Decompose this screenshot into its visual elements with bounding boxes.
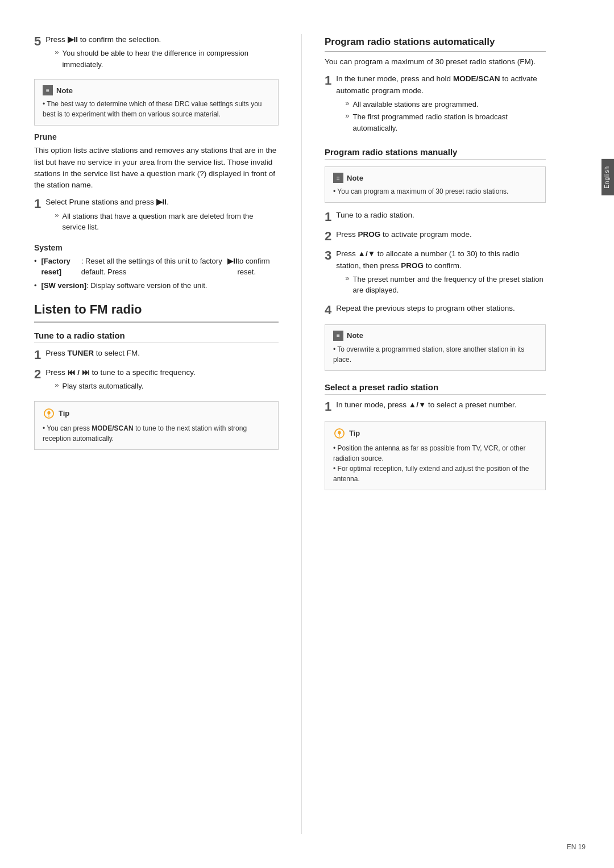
manual-step-4-text: Repeat the previous steps to program oth… [336,303,546,314]
manual-step-3-substep: » The preset number and the frequency of… [345,274,546,296]
manual-step-3-number: 3 [325,248,331,263]
step-5-raquo: » [55,48,59,56]
fm-step-1-bold: TUNER [68,349,94,357]
manual-step-2-bold: PROG [358,230,381,239]
manual-step-2-text: Press [336,230,358,239]
manual-step-3-raquo: » [345,274,349,282]
page-container: 5 Press ▶II to confirm the selection. » … [0,0,614,868]
svg-rect-3 [339,435,340,436]
auto-step-1-text: In the tuner mode, press and hold [336,74,453,83]
manual-step-4-number: 4 [325,303,331,318]
note-header-3: ≡ Note [333,331,537,341]
sidebar-language-tab: English [601,159,614,195]
tip-header-1: Tip [43,407,270,420]
auto-step-1-row: 1 In the tuner mode, press and hold MODE… [325,73,546,136]
step-5-number: 5 [34,34,41,49]
note-icon-3: ≡ [333,331,343,341]
system-item-1-text-after: to confirm reset. [238,256,279,278]
system-list: [Factory reset]: Reset all the settings … [34,256,279,291]
tip-label-2: Tip [349,429,360,437]
tip-label-1: Tip [59,409,69,418]
note-box-1: ≡ Note The best way to determine which o… [34,79,279,126]
auto-step-1-substep-2: The first programmed radio station is br… [352,111,546,133]
prune-step-1-number: 1 [34,197,41,211]
tip-item-2-1: Position the antenna as far as possible … [333,443,537,464]
fm-step-2-number: 2 [34,367,41,382]
prune-header: Prune [34,132,279,141]
select-step-1-number: 1 [325,399,331,414]
prune-step-1-substep-text: All stations that have a question mark a… [62,211,279,233]
prune-step-1-content: Select Prune stations and press ▶II. » A… [45,197,279,235]
listen-fm-section: Listen to FM radio Tune to a radio stati… [34,302,279,450]
manual-step-3-bold2: PROG [401,261,424,270]
manual-step-3-text: Press [336,249,358,258]
auto-step-1-raquo-1: » [345,99,349,107]
fm-step-1-row: 1 Press TUNER to select FM. [34,348,279,362]
program-auto-section: Program radio stations automatically You… [325,36,546,136]
prune-step-1-text-after: . [167,198,169,206]
manual-step-1-text: Tune to a radio station. [336,210,546,221]
manual-step-3-substep-text: The preset number and the frequency of t… [352,274,546,296]
prune-step-1-raquo: » [55,211,59,219]
prune-body: This option lists active stations and re… [34,145,279,191]
note-box-3: ≡ Note To overwrite a programmed station… [325,324,546,371]
tip-box-1: Tip You can press MODE/SCAN to tune to t… [34,401,279,450]
select-preset-section: Select a preset radio station 1 In tuner… [325,382,546,490]
manual-step-2-row: 2 Press PROG to activate program mode. [325,229,546,244]
note-text-2: You can program a maximum of 30 preset r… [333,186,537,197]
tip-text-1: You can press MODE/SCAN to tune to the n… [43,423,270,444]
footer-text: EN 19 [567,843,586,851]
select-preset-subtitle: Select a preset radio station [325,382,546,395]
note-label-3: Note [347,331,363,340]
manual-step-3-icon: ▲/▼ [358,249,375,258]
manual-step-1-content: Tune to a radio station. [336,210,546,221]
tip-icon-2 [333,427,346,440]
manual-step-2-number: 2 [325,229,331,244]
system-item-1: [Factory reset]: Reset all the settings … [34,256,279,278]
manual-step-3-content: Press ▲/▼ to allocate a number (1 to 30)… [336,248,546,298]
manual-step-1-row: 1 Tune to a radio station. [325,210,546,224]
select-step-1-row: 1 In tuner mode, press ▲/▼ to select a p… [325,399,546,414]
program-manual-subtitle: Program radio stations manually [325,147,546,160]
note-label-2: Note [347,174,363,182]
tip-header-2: Tip [333,427,537,440]
select-step-1-text: In tuner mode, press [336,400,409,409]
step-5-text-after: to confirm the selection. [78,35,161,44]
svg-rect-1 [48,415,49,416]
tip-text-2: Position the antenna as far as possible … [333,443,537,484]
step-5-content: Press ▶II to confirm the selection. » Yo… [45,34,279,72]
fm-step-2-substep-text: Play starts automatically. [62,381,143,392]
prune-section: Prune This option lists active stations … [34,132,279,235]
auto-step-1-content: In the tuner mode, press and hold MODE/S… [336,73,546,136]
main-content: 5 Press ▶II to confirm the selection. » … [0,0,614,868]
fm-step-2-raquo: » [55,381,59,389]
note-text-3: To overwrite a programmed station, store… [333,344,537,365]
manual-step-4-content: Repeat the previous steps to program oth… [336,303,546,314]
program-manual-section: Program radio stations manually ≡ Note Y… [325,147,546,371]
manual-step-2-text-after: to activate program mode. [380,230,472,239]
fm-step-2-content: Press ⏮ / ⏭ to tune to a specific freque… [45,367,279,394]
auto-step-1-number: 1 [325,73,331,88]
fm-step-2-text-after: to tune to a specific frequency. [90,368,196,377]
prune-step-1-text: Select Prune stations and press [45,198,156,206]
tip-icon-1 [43,407,55,420]
fm-step-2-icon: ⏮ / ⏭ [68,368,90,377]
system-item-2-text: : Display software version of the unit. [86,280,207,291]
note-label-1: Note [56,86,73,95]
program-auto-intro: You can program a maximum of 30 preset r… [325,56,546,68]
manual-step-2-content: Press PROG to activate program mode. [336,229,546,240]
prune-step-1-substep: » All stations that have a question mark… [55,211,279,233]
note-header-1: ≡ Note [43,85,270,95]
select-step-1-content: In tuner mode, press ▲/▼ to select a pre… [336,399,546,411]
note-box-2: ≡ Note You can program a maximum of 30 p… [325,166,546,203]
manual-step-3-text-after2: to confirm. [424,261,462,270]
note-item-3: To overwrite a programmed station, store… [333,344,537,365]
auto-step-1-substeps: » All available stations are programmed.… [345,99,546,134]
tune-subtitle: Tune to a radio station [34,331,279,343]
step-5-icon: ▶II [68,35,78,44]
select-step-1-text-after: to select a preset number. [426,400,516,409]
step-5-text: Press [45,35,67,44]
system-item-1-bold: [Factory reset] [42,256,81,278]
note-item-1: The best way to determine which of these… [43,99,270,119]
fm-step-1-number: 1 [34,348,41,362]
